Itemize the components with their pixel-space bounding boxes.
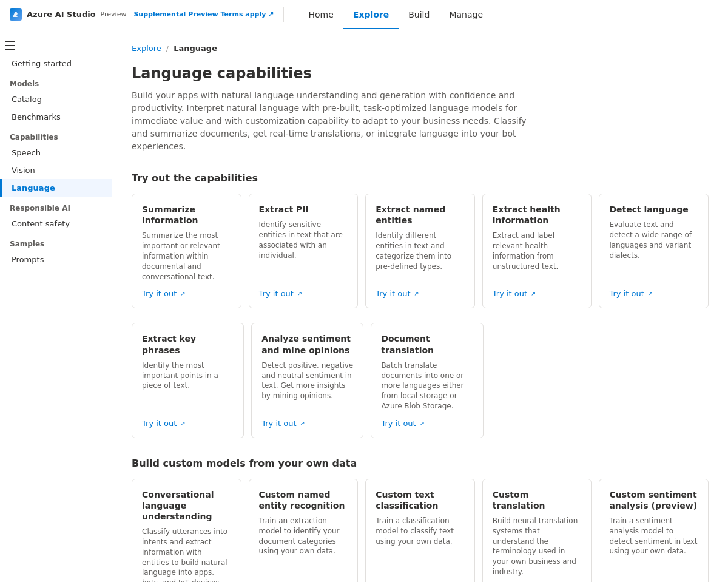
content-inner: Explore / Language Language capabilities… — [112, 29, 728, 582]
sidebar-item-vision[interactable]: Vision — [0, 161, 112, 179]
sidebar-item-speech[interactable]: Speech — [0, 144, 112, 161]
card-try-link[interactable]: Try it out ↗ — [142, 419, 234, 428]
external-link-icon: ↗ — [179, 290, 186, 297]
nav-divider — [283, 7, 284, 22]
build-section-title: Build custom models from your own data — [132, 458, 709, 469]
card-title: Analyze sentiment and mine opinions — [261, 333, 353, 355]
card-title: Extract key phrases — [142, 333, 234, 355]
card-title: Custom text classification — [376, 489, 465, 511]
nav-home[interactable]: Home — [298, 1, 343, 29]
breadcrumb-parent[interactable]: Explore — [132, 44, 161, 53]
sidebar-section-responsible-ai: Responsible AI — [0, 197, 112, 215]
azure-logo-icon — [10, 8, 22, 21]
card-desc: Identify sensitive entities in text that… — [259, 220, 348, 282]
external-link-icon: ↗ — [413, 290, 420, 297]
nav-manage[interactable]: Manage — [439, 1, 493, 29]
card-try-link[interactable]: Try it out ↗ — [261, 419, 353, 428]
card-document-translation: Document translation Batch translate doc… — [371, 323, 483, 438]
card-extract-health-info: Extract health information Extract and l… — [482, 194, 592, 308]
external-link-icon: ↗ — [419, 419, 426, 427]
card-desc: Train a classification model to classify… — [376, 516, 465, 582]
sidebar-item-benchmarks[interactable]: Benchmarks — [0, 108, 112, 126]
card-custom-sentiment: Custom sentiment analysis (preview) Trai… — [599, 479, 709, 582]
card-conversational-language: Conversational language understanding Cl… — [132, 479, 241, 582]
card-title: Detect language — [609, 204, 698, 215]
page-layout: Getting started Models Catalog Benchmark… — [0, 29, 728, 582]
card-title: Custom sentiment analysis (preview) — [609, 489, 698, 511]
card-try-link[interactable]: Try it out ↗ — [376, 289, 465, 298]
sidebar-section-samples: Samples — [0, 232, 112, 251]
card-desc: Batch translate documents into one or mo… — [381, 360, 473, 411]
card-title: Custom translation — [493, 489, 582, 511]
card-custom-ner: Custom named entity recognition Train an… — [249, 479, 359, 582]
sidebar-item-content-safety[interactable]: Content safety — [0, 215, 112, 232]
external-link-icon: ↗ — [647, 290, 654, 297]
card-desc: Detect positive, negative and neutral se… — [261, 360, 353, 411]
card-try-link[interactable]: Try it out ↗ — [493, 289, 582, 298]
external-link-icon: ↗ — [299, 419, 306, 427]
card-title: Extract named entities — [376, 204, 465, 226]
brand-badge: Preview — [101, 10, 127, 18]
sidebar-item-prompts[interactable]: Prompts — [0, 251, 112, 268]
card-title: Extract PII — [259, 204, 348, 215]
sidebar-item-getting-started[interactable]: Getting started — [0, 55, 112, 72]
card-title: Summarize information — [142, 204, 231, 226]
card-extract-named-entities: Extract named entities Identify differen… — [365, 194, 475, 308]
card-detect-language: Detect language Evaluate text and detect… — [599, 194, 709, 308]
card-desc: Evaluate text and detect a wide range of… — [609, 220, 698, 282]
card-title: Extract health information — [493, 204, 582, 226]
card-title: Custom named entity recognition — [259, 489, 348, 511]
sidebar-section-models: Models — [0, 72, 112, 90]
main-content: Explore / Language Language capabilities… — [112, 29, 728, 582]
preview-terms-link[interactable]: Supplemental Preview Terms apply ↗ — [133, 10, 274, 18]
nav-build[interactable]: Build — [399, 1, 439, 29]
card-desc: Identify different entities in text and … — [376, 231, 465, 282]
card-try-link[interactable]: Try it out ↗ — [259, 289, 348, 298]
external-link-icon: ↗ — [530, 290, 537, 297]
sidebar: Getting started Models Catalog Benchmark… — [0, 29, 112, 582]
brand-name: Azure AI Studio — [27, 10, 96, 19]
card-extract-pii: Extract PII Identify sensitive entities … — [249, 194, 359, 308]
card-extract-key-phrases: Extract key phrases Identify the most im… — [132, 323, 244, 438]
breadcrumb-current: Language — [174, 44, 217, 53]
sidebar-item-language[interactable]: Language — [0, 179, 112, 197]
card-custom-translation: Custom translation Build neural translat… — [482, 479, 592, 582]
card-desc: Summarize the most important or relevant… — [142, 231, 231, 282]
build-cards-row1: Conversational language understanding Cl… — [132, 479, 709, 582]
top-navigation: Azure AI Studio Preview Supplemental Pre… — [0, 0, 728, 29]
card-title: Document translation — [381, 333, 473, 355]
external-link-icon: ↗ — [296, 290, 303, 297]
card-desc: Train a sentiment analysis model to dete… — [609, 516, 698, 582]
nav-explore[interactable]: Explore — [343, 1, 399, 29]
card-desc: Build neural translation systems that un… — [493, 516, 582, 582]
card-try-link[interactable]: Try it out ↗ — [609, 289, 698, 298]
page-title: Language capabilities — [132, 65, 709, 82]
card-try-link[interactable]: Try it out ↗ — [142, 289, 231, 298]
card-desc: Extract and label relevant health inform… — [493, 231, 582, 282]
nav-links: Home Explore Build Manage — [298, 1, 493, 29]
breadcrumb-separator: / — [166, 44, 169, 53]
card-title: Conversational language understanding — [142, 489, 231, 523]
card-desc: Identify the most important points in a … — [142, 360, 234, 411]
card-desc: Train an extraction model to identify yo… — [259, 516, 348, 582]
card-summarize-info: Summarize information Summarize the most… — [132, 194, 241, 308]
external-link-icon: ↗ — [179, 419, 186, 427]
sidebar-item-catalog[interactable]: Catalog — [0, 90, 112, 108]
sidebar-section-capabilities: Capabilities — [0, 126, 112, 144]
menu-toggle-button[interactable] — [0, 36, 112, 55]
breadcrumb: Explore / Language — [132, 44, 709, 53]
page-description: Build your apps with natural language un… — [132, 89, 544, 153]
brand-logo: Azure AI Studio Preview Supplemental Pre… — [10, 8, 274, 21]
card-analyze-sentiment: Analyze sentiment and mine opinions Dete… — [251, 323, 363, 438]
card-custom-text-classification: Custom text classification Train a class… — [365, 479, 475, 582]
card-try-link[interactable]: Try it out ↗ — [381, 419, 473, 428]
try-cards-row2: Extract key phrases Identify the most im… — [132, 323, 709, 438]
card-desc: Classify utterances into intents and ext… — [142, 527, 231, 582]
try-section-title: Try out the capabilities — [132, 172, 709, 184]
try-cards-row1: Summarize information Summarize the most… — [132, 194, 709, 308]
